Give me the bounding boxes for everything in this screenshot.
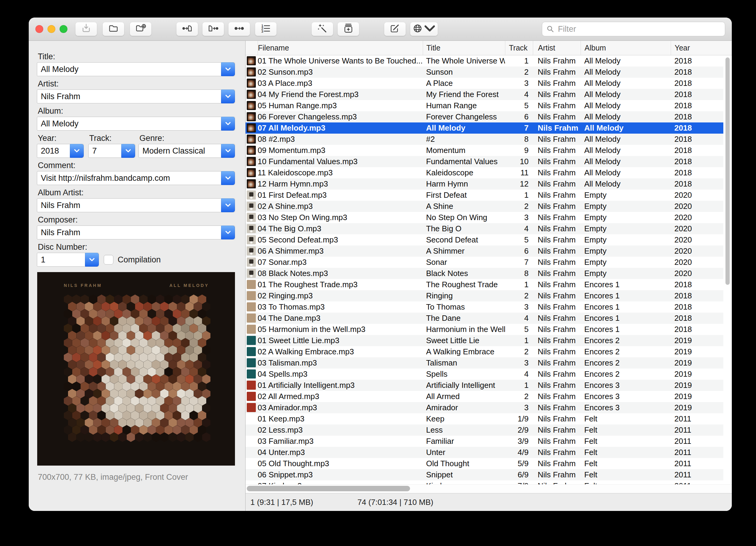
renumber-tracks-button[interactable]: 1 2 3 xyxy=(255,22,277,36)
comment-input[interactable] xyxy=(37,171,221,185)
table-row[interactable]: 04 Spells.mp3Spells4Nils FrahmEncores 22… xyxy=(246,369,723,380)
table-row[interactable]: 05 Second Defeat.mp3Second Defeat5Nils F… xyxy=(246,234,723,245)
table-row[interactable]: 02 Less.mp3Less2/9Nils FrahmFelt2011 xyxy=(246,424,723,436)
compilation-checkbox[interactable] xyxy=(104,255,113,265)
title-dropdown-button[interactable] xyxy=(221,62,235,76)
cell-filename: 05 Human Range.mp3 xyxy=(258,100,423,111)
composer-input[interactable] xyxy=(37,226,221,239)
cell-title: The Dane xyxy=(423,313,505,324)
table-row[interactable]: 07 All Melody.mp3All Melody7Nils FrahmAl… xyxy=(246,122,723,134)
cell-filename: 04 The Big O.mp3 xyxy=(258,223,423,234)
cell-year: 2019 xyxy=(671,357,723,369)
album-artist-input[interactable] xyxy=(37,199,221,212)
table-row[interactable]: 06 A Shimmer.mp3A Shimmer6Nils FrahmEmpt… xyxy=(246,245,723,257)
genre-input[interactable] xyxy=(139,144,221,158)
disc-number-input[interactable] xyxy=(37,253,85,266)
composer-dropdown-button[interactable] xyxy=(221,226,235,239)
album-input[interactable] xyxy=(37,117,221,130)
edit-tags-button[interactable] xyxy=(384,22,406,36)
save-button[interactable] xyxy=(75,22,97,36)
table-row[interactable]: 08 #2.mp3#28Nils FrahmAll Melody2018 xyxy=(246,134,723,145)
table-row[interactable]: 02 Ringing.mp3Ringing2Nils FrahmEncores … xyxy=(246,290,723,301)
table-row[interactable]: 09 Momentum.mp3Momentum9Nils FrahmAll Me… xyxy=(246,145,723,156)
header-artist[interactable]: Artist xyxy=(533,41,581,55)
title-input[interactable] xyxy=(37,63,221,76)
table-row[interactable]: 11 Kaleidoscope.mp3Kaleidoscope11Nils Fr… xyxy=(246,167,723,178)
cell-thumbnail xyxy=(246,111,258,122)
table-row[interactable]: 08 Black Notes.mp3Black Notes8Nils Frahm… xyxy=(246,268,723,279)
header-filename[interactable]: Filename xyxy=(258,41,423,55)
tag-to-filename-button[interactable] xyxy=(176,22,198,36)
table-row[interactable]: 01 The Roughest Trade.mp3The Roughest Tr… xyxy=(246,279,723,290)
table-row[interactable]: 03 A Place.mp3A Place3Nils FrahmAll Melo… xyxy=(246,78,723,89)
table-row[interactable]: 02 A Walking Embrace.mp3A Walking Embrac… xyxy=(246,346,723,357)
table-row[interactable]: 03 Talisman.mp3Talisman3Nils FrahmEncore… xyxy=(246,357,723,369)
header-album[interactable]: Album xyxy=(581,41,671,55)
cell-thumbnail xyxy=(246,212,258,223)
table-row[interactable]: 05 Human Range.mp3Human Range5Nils Frahm… xyxy=(246,100,723,111)
year-input[interactable] xyxy=(37,144,70,158)
track-dropdown-button[interactable] xyxy=(121,144,135,158)
table-row[interactable]: 07 Sonar.mp3Sonar7Nils FrahmEmpty2020 xyxy=(246,257,723,268)
table-row[interactable]: 12 Harm Hymn.mp3Harm Hymn12Nils FrahmAll… xyxy=(246,178,723,190)
auto-tag-button[interactable] xyxy=(311,22,333,36)
web-lookup-button[interactable] xyxy=(410,22,438,36)
table-row[interactable]: 04 My Friend the Forest.mp3My Friend the… xyxy=(246,89,723,100)
table-row[interactable]: 01 First Defeat.mp3First Defeat1Nils Fra… xyxy=(246,190,723,201)
table-row[interactable]: 01 Artificially Intelligent.mp3Artificia… xyxy=(246,380,723,391)
disc-number-dropdown-button[interactable] xyxy=(85,253,99,267)
filename-to-tag-button[interactable] xyxy=(202,22,224,36)
cell-album: All Melody xyxy=(581,111,671,122)
table-row[interactable]: 04 The Dane.mp3The Dane4Nils FrahmEncore… xyxy=(246,313,723,324)
genre-dropdown-button[interactable] xyxy=(221,144,235,158)
zoom-window-button[interactable] xyxy=(60,25,67,33)
album-artist-combobox xyxy=(37,198,235,212)
table-row[interactable]: 04 Unter.mp3Unter4/9Nils FrahmFelt2011 xyxy=(246,447,723,458)
minimize-window-button[interactable] xyxy=(47,25,55,33)
filter-input[interactable] xyxy=(557,24,725,34)
table-row[interactable]: 02 A Shine.mp3A Shine2Nils FrahmEmpty202… xyxy=(246,201,723,212)
table-row[interactable]: 03 To Thomas.mp3To Thomas3Nils FrahmEnco… xyxy=(246,301,723,313)
open-folder-button[interactable] xyxy=(103,22,124,36)
year-dropdown-button[interactable] xyxy=(70,144,84,158)
artist-dropdown-button[interactable] xyxy=(221,89,235,103)
add-folder-button[interactable] xyxy=(130,22,152,36)
cell-artist: Nils Frahm xyxy=(533,201,581,212)
artist-input[interactable] xyxy=(37,90,221,103)
table-row[interactable]: 03 Familiar.mp3Familiar3/9Nils FrahmFelt… xyxy=(246,436,723,447)
cell-artist: Nils Frahm xyxy=(533,402,581,413)
album-dropdown-button[interactable] xyxy=(221,117,235,131)
table-row[interactable]: 02 All Armed.mp3All Armed2Nils FrahmEnco… xyxy=(246,391,723,402)
cell-thumbnail xyxy=(246,357,258,369)
close-window-button[interactable] xyxy=(35,25,43,33)
table-row[interactable]: 01 Sweet Little Lie.mp3Sweet Little Lie1… xyxy=(246,335,723,346)
table-row[interactable]: 04 The Big O.mp3The Big O4Nils FrahmEmpt… xyxy=(246,223,723,234)
cell-track: 5/9 xyxy=(505,458,533,469)
table-row[interactable]: 03 No Step On Wing.mp3No Step On Wing3Ni… xyxy=(246,212,723,223)
album-artwork[interactable]: NILS FRAHM ALL MELODY xyxy=(37,272,235,466)
table-row[interactable]: 10 Fundamental Values.mp3Fundamental Val… xyxy=(246,156,723,167)
table-row[interactable]: 01 Keep.mp3Keep1/9Nils FrahmFelt2011 xyxy=(246,413,723,424)
table-row[interactable]: 03 Amirador.mp3Amirador3Nils FrahmEncore… xyxy=(246,402,723,413)
horizontal-scrollbar-thumb[interactable] xyxy=(247,486,410,491)
table-row[interactable]: 02 Sunson.mp3Sunson2Nils FrahmAll Melody… xyxy=(246,67,723,78)
table-row[interactable]: 06 Snippet.mp3Snippet6/9Nils FrahmFelt20… xyxy=(246,469,723,480)
table-row[interactable]: 06 Forever Changeless.mp3Forever Changel… xyxy=(246,111,723,122)
header-title[interactable]: Title xyxy=(423,41,505,55)
album-artist-dropdown-button[interactable] xyxy=(221,198,235,212)
comment-dropdown-button[interactable] xyxy=(221,171,235,185)
vertical-scrollbar-thumb[interactable] xyxy=(725,57,730,285)
cell-title: Spells xyxy=(423,369,505,380)
header-track[interactable]: Track xyxy=(505,41,533,55)
table-row[interactable]: 05 Harmonium in the Well.mp3Harmonium in… xyxy=(246,324,723,335)
apply-artwork-button[interactable] xyxy=(337,22,359,36)
table-row[interactable]: 05 Old Thought.mp3Old Thought5/9Nils Fra… xyxy=(246,458,723,469)
track-input[interactable] xyxy=(89,144,122,158)
cell-filename: 06 Snippet.mp3 xyxy=(258,469,423,480)
header-year[interactable]: Year xyxy=(671,41,723,55)
header-thumbnail-column[interactable] xyxy=(246,41,258,55)
table-row[interactable]: 01 The Whole Universe Wants to Be Touche… xyxy=(246,55,723,67)
tag-to-tag-button[interactable] xyxy=(228,22,250,36)
table-row[interactable]: 07 Kind.mp3Kind7/9Nils FrahmFelt2011 xyxy=(246,480,723,484)
cell-album: Felt xyxy=(581,447,671,458)
